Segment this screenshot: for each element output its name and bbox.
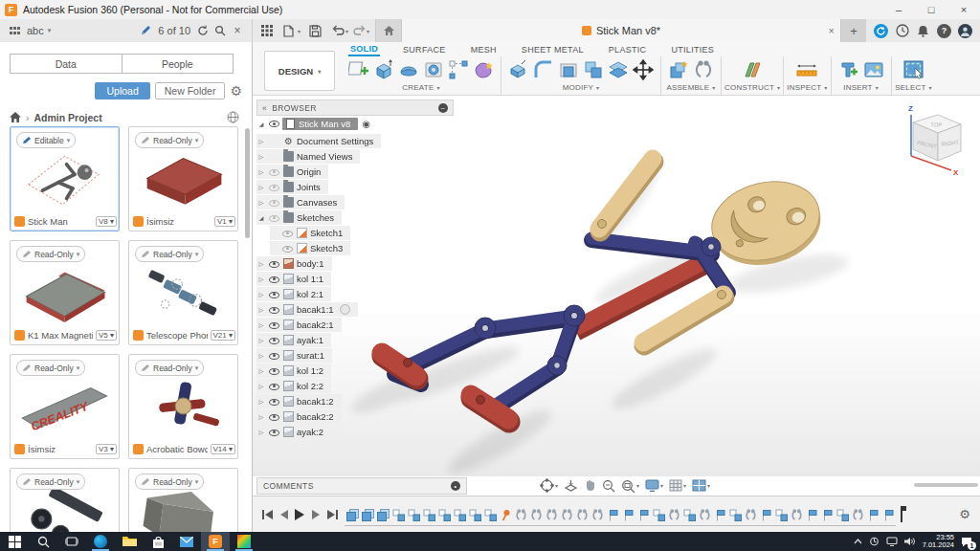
search-icon[interactable] [212,22,229,39]
move-icon[interactable] [632,58,655,81]
select-icon[interactable] [902,58,925,81]
eye-icon[interactable] [268,182,280,193]
eye-icon[interactable] [268,197,280,209]
document-tab[interactable]: Stick Man v8* × [402,19,841,42]
timeline-item-flag-34[interactable] [865,506,880,526]
browser-item-kol-2-2[interactable]: ▷kol 2:2 [256,379,331,393]
offset-face-icon[interactable] [607,58,630,81]
arrow-expanded-icon[interactable]: ◢ [256,121,266,127]
arrow-expanded-icon[interactable]: ◢ [256,214,266,221]
browser-item-joints[interactable]: ▷Joints [256,180,328,194]
eye-icon[interactable] [268,320,280,331]
timeline-item-flag-30[interactable] [804,506,819,526]
eye-icon[interactable] [268,118,280,129]
browser-item-bacak2-2[interactable]: ▷bacak2:2 [256,409,342,424]
project-card-K1 Max Magneti...[interactable]: Read-Only▾K1 Max Magneti...V5 ▾ [10,240,120,345]
extrude-icon[interactable] [372,58,395,81]
home-icon[interactable] [10,112,21,122]
arrow-collapsed-icon[interactable]: ▷ [256,291,266,298]
card-version-pill[interactable]: V8 ▾ [96,216,117,227]
timeline-item-comp-0[interactable] [345,506,360,526]
arrow-collapsed-icon[interactable]: ▷ [256,352,266,359]
browser-item-sketches[interactable]: ◢Sketches [256,210,342,225]
tab-sheet-metal[interactable]: SHEET METAL [520,44,586,55]
timeline-item-comp-2[interactable] [375,506,390,526]
timeline-item-joint-13[interactable] [544,506,559,526]
eye-icon[interactable] [281,228,294,239]
insert-mcmaster-icon[interactable] [837,58,860,81]
arrow-collapsed-icon[interactable]: ▷ [256,276,266,282]
comments-bar[interactable]: COMMENTS • [256,477,467,495]
search-button[interactable] [29,532,57,551]
timeline-item-compsq-5[interactable] [421,506,436,526]
task-view-button[interactable] [57,532,86,551]
timeline-item-flag-18[interactable] [620,506,635,526]
eye-icon[interactable] [268,350,280,362]
card-version-pill[interactable]: V21 ▾ [211,330,235,341]
radio-selected-icon[interactable]: ◉ [362,119,370,129]
card-status-badge[interactable]: Read-Only▾ [135,132,204,148]
timeline-item-compsq-7[interactable] [452,506,467,526]
mail-icon[interactable] [172,532,201,551]
timeline-item-flag-31[interactable] [819,506,835,526]
browser-item-named-views[interactable]: ▷Named Views [256,149,360,164]
card-status-badge[interactable]: Read-Only▾ [135,246,204,262]
timeline-item-joint-14[interactable] [559,506,574,526]
project-card-Stick Man[interactable]: Editable▾Stick ManV8 ▾ [10,126,120,231]
timeline-item-flag-17[interactable] [605,506,620,526]
tab-people[interactable]: People [122,54,234,74]
undo-icon[interactable]: ▾ [331,22,348,39]
arrow-collapsed-icon[interactable]: ▷ [256,398,266,405]
eye-icon[interactable] [268,381,280,392]
arrow-collapsed-icon[interactable]: ▷ [256,383,266,389]
browser-item-origin[interactable]: ▷Origin [256,165,328,179]
browser-item-sketch3[interactable]: Sketch3 [270,241,350,255]
eye-icon[interactable] [281,243,294,254]
hole-icon[interactable] [422,58,445,81]
data-panel-scrollbar[interactable] [245,128,250,238]
tray-volume-icon[interactable] [904,537,916,546]
arrow-collapsed-icon[interactable]: ▷ [256,260,266,267]
timeline-item-joint-11[interactable] [513,506,528,526]
timeline-item-joint-26[interactable] [743,506,758,526]
card-version-pill[interactable]: V3 ▾ [96,444,117,454]
card-status-badge[interactable]: Read-Only▾ [16,360,85,376]
globe-icon[interactable] [227,111,239,123]
save-icon[interactable] [306,22,323,39]
arrow-collapsed-icon[interactable]: ▷ [256,321,266,328]
breadcrumb-project[interactable]: Admin Project [34,112,102,123]
maximize-button[interactable]: □ [915,1,947,19]
joint-icon[interactable] [692,58,715,81]
pan-icon[interactable] [584,479,596,492]
team-name[interactable]: abc [27,25,44,36]
step-back-icon[interactable] [277,508,290,521]
new-component-icon[interactable] [667,58,690,81]
app-grid-icon[interactable] [258,22,276,39]
notifications-bell-icon[interactable] [916,24,930,38]
redo-icon[interactable]: ▾ [352,22,369,39]
timeline-item-joint-15[interactable] [574,506,590,526]
tray-chevron-up-icon[interactable] [854,539,862,544]
eye-icon[interactable] [268,166,280,178]
upload-button[interactable]: Upload [95,82,149,99]
arrow-collapsed-icon[interactable]: ▷ [256,429,266,435]
tab-surface[interactable]: SURFACE [401,44,448,55]
timeline-item-compsq-25[interactable] [727,506,743,526]
orbit-icon[interactable]: ▾ [540,478,558,493]
arrow-collapsed-icon[interactable]: ▷ [256,153,266,160]
revolve-icon[interactable] [397,58,420,81]
timeline-item-compsq-8[interactable] [467,506,482,526]
new-tab-button[interactable]: + [841,19,866,42]
3d-viewport[interactable]: « BROWSER – ◢ Stick Man v8 ◉ ▷⚙Document … [253,96,980,476]
browser-item-document-settings[interactable]: ▷⚙Document Settings [256,134,381,148]
arrow-collapsed-icon[interactable]: ▷ [256,367,266,374]
project-card-partial-7[interactable]: Read-Only▾ [128,468,238,532]
card-version-pill[interactable]: V14 ▾ [211,444,235,454]
timeline-item-flag-27[interactable] [758,506,773,526]
chevron-down-icon[interactable]: ▾ [48,27,52,34]
fusion-360-taskbar-icon[interactable]: F [201,532,230,551]
team-grid-icon[interactable] [6,22,23,39]
browser-options-icon[interactable]: – [438,103,448,113]
arrow-collapsed-icon[interactable]: ▷ [256,337,266,343]
timeline-item-compsq-20[interactable] [651,506,666,526]
